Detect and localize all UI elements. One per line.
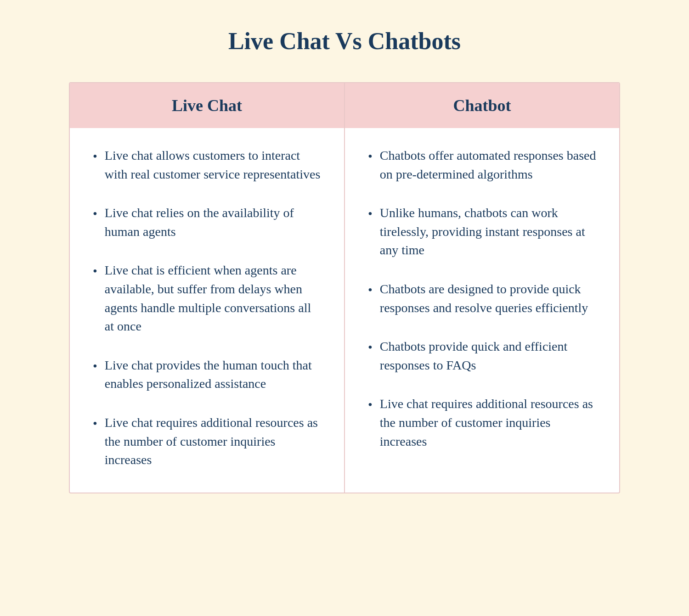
list-item: • Chatbots are designed to provide quick…: [368, 280, 596, 317]
live-chat-item-3: Live chat is efficient when agents are a…: [105, 261, 321, 336]
list-item: • Live chat requires additional resource…: [368, 395, 596, 451]
bullet-icon: •: [368, 396, 373, 414]
live-chat-header: Live Chat: [70, 83, 344, 128]
chatbot-header-text: Chatbot: [453, 96, 511, 115]
page-title: Live Chat Vs Chatbots: [69, 28, 620, 55]
bullet-icon: •: [368, 205, 373, 223]
chatbot-item-2: Unlike humans, chatbots can work tireles…: [380, 204, 596, 260]
chatbot-item-1: Chatbots offer automated responses based…: [380, 146, 596, 184]
list-item: • Live chat requires additional resource…: [93, 414, 321, 470]
live-chat-body: • Live chat allows customers to interact…: [70, 128, 344, 493]
live-chat-item-1: Live chat allows customers to interact w…: [105, 146, 321, 184]
live-chat-item-5: Live chat requires additional resources …: [105, 414, 321, 470]
list-item: • Live chat provides the human touch tha…: [93, 356, 321, 393]
live-chat-item-4: Live chat provides the human touch that …: [105, 356, 321, 393]
bullet-icon: •: [93, 147, 97, 165]
bullet-icon: •: [93, 414, 97, 432]
comparison-table: Live Chat • Live chat allows customers t…: [69, 82, 620, 493]
list-item: • Chatbots provide quick and efficient r…: [368, 337, 596, 375]
live-chat-column: Live Chat • Live chat allows customers t…: [70, 83, 345, 493]
bullet-icon: •: [368, 147, 373, 165]
bullet-icon: •: [93, 357, 97, 375]
bullet-icon: •: [93, 262, 97, 280]
chatbot-column: Chatbot • Chatbots offer automated respo…: [345, 83, 619, 493]
list-item: • Live chat relies on the availability o…: [93, 204, 321, 241]
live-chat-header-text: Live Chat: [172, 96, 242, 115]
chatbot-item-3: Chatbots are designed to provide quick r…: [380, 280, 596, 317]
chatbot-body: • Chatbots offer automated responses bas…: [345, 128, 619, 474]
list-item: • Live chat is efficient when agents are…: [93, 261, 321, 336]
chatbot-item-4: Chatbots provide quick and efficient res…: [380, 337, 596, 375]
list-item: • Unlike humans, chatbots can work tirel…: [368, 204, 596, 260]
chatbot-item-5: Live chat requires additional resources …: [380, 395, 596, 451]
list-item: • Live chat allows customers to interact…: [93, 146, 321, 184]
page-container: Live Chat Vs Chatbots Live Chat • Live c…: [69, 28, 620, 493]
list-item: • Chatbots offer automated responses bas…: [368, 146, 596, 184]
bullet-icon: •: [368, 281, 373, 299]
live-chat-item-2: Live chat relies on the availability of …: [105, 204, 321, 241]
chatbot-header: Chatbot: [345, 83, 619, 128]
bullet-icon: •: [368, 338, 373, 356]
bullet-icon: •: [93, 205, 97, 223]
